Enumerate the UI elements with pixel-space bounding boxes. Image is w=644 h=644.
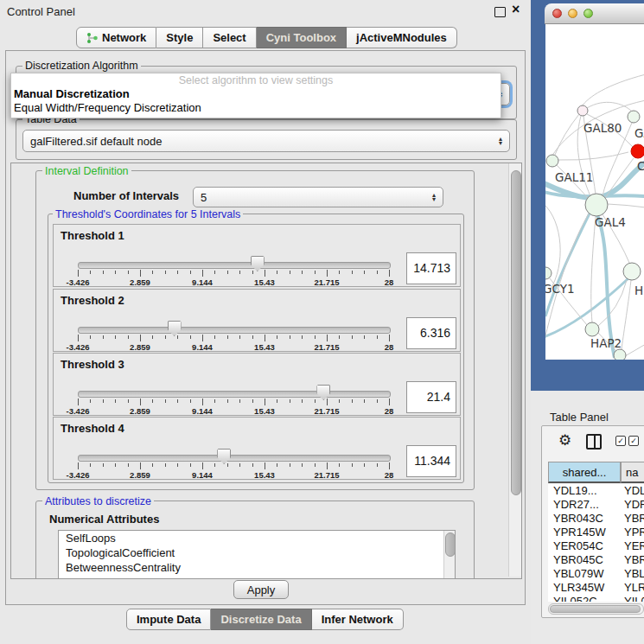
slider-tick-label: -3.426 xyxy=(56,342,99,352)
table-cell[interactable]: YPR1 xyxy=(621,526,644,539)
mode-tab-impute-data[interactable]: Impute Data xyxy=(126,609,211,630)
table-horizontal-scrollbar[interactable] xyxy=(548,603,644,615)
table-row[interactable]: YPR145WYPR1 xyxy=(548,526,644,539)
zoom-traffic-light-icon[interactable] xyxy=(583,9,593,18)
table-data-select[interactable]: galFiltered.sif default node ▴▾ xyxy=(22,130,510,152)
table-cell[interactable]: YER054C xyxy=(548,539,621,553)
network-edge[interactable] xyxy=(545,214,589,342)
network-node-GA-partial[interactable] xyxy=(628,111,640,123)
slider-track[interactable] xyxy=(78,327,391,334)
table-cell[interactable]: YBL079W xyxy=(548,567,621,581)
table-cell[interactable]: YER0 xyxy=(621,539,644,553)
table-cell[interactable]: YBL0 xyxy=(621,567,644,581)
tab-select[interactable]: Select xyxy=(203,27,256,48)
mode-tab-infer-network[interactable]: Infer Network xyxy=(312,609,404,630)
table-row[interactable]: YBR043CYBR0 xyxy=(548,512,644,526)
network-edge[interactable] xyxy=(582,74,644,106)
float-window-icon[interactable] xyxy=(494,7,506,17)
slider-handle[interactable] xyxy=(217,449,231,464)
slider-handle[interactable] xyxy=(251,256,265,271)
table-cell[interactable]: YIL052C xyxy=(548,595,621,602)
network-node-HAP2[interactable] xyxy=(585,322,599,336)
network-node-GAL80[interactable] xyxy=(577,105,588,116)
mode-tab-discretize-data[interactable]: Discretize Data xyxy=(211,609,311,630)
tab-style[interactable]: Style xyxy=(156,27,203,48)
attribute-list-item[interactable]: SelfLoops xyxy=(59,531,455,545)
list-scrollbar[interactable] xyxy=(443,531,455,579)
close-icon[interactable]: × xyxy=(512,2,520,17)
close-traffic-light-icon[interactable] xyxy=(552,9,562,18)
tab-cyni-toolbox[interactable]: Cyni Toolbox xyxy=(257,27,347,48)
slider-handle[interactable] xyxy=(316,385,330,400)
table-cell[interactable]: YLR345W xyxy=(548,581,621,595)
table-column-header[interactable]: shared... xyxy=(548,462,621,483)
dropdown-item[interactable]: Manual Discretization xyxy=(11,87,501,101)
table-cell[interactable]: YDL19... xyxy=(548,484,621,498)
network-node-H-partial[interactable] xyxy=(623,263,641,280)
table-cell[interactable]: YDR27... xyxy=(548,498,621,512)
slider-track[interactable] xyxy=(78,391,391,398)
table-row[interactable]: YDR27...YDR2 xyxy=(548,498,644,512)
checkbox-checked-icon[interactable]: ✓ xyxy=(628,436,639,446)
network-edge[interactable] xyxy=(555,114,579,155)
network-node-GAL11[interactable] xyxy=(546,155,558,167)
table-cell[interactable]: YLR3 xyxy=(621,581,644,595)
table-row[interactable]: YDL19...YDL1 xyxy=(548,484,644,498)
minimize-traffic-light-icon[interactable] xyxy=(568,9,577,18)
threshold-value-field[interactable]: 21.4 xyxy=(406,381,456,413)
table-cell[interactable]: YBR0 xyxy=(621,512,644,526)
settings-scrollbar-thumb[interactable] xyxy=(511,170,521,495)
table-cell[interactable]: YDR2 xyxy=(621,498,644,512)
tab-network[interactable]: Network xyxy=(76,27,156,48)
mode-tabbar: Impute DataDiscretize DataInfer Network xyxy=(126,609,404,630)
threshold-value-field[interactable]: 11.344 xyxy=(406,445,456,477)
network-edge[interactable] xyxy=(558,152,628,160)
network-view-canvas[interactable]: GAL80GACGAL11GAL4GCY1HHAP2 xyxy=(545,24,644,360)
network-node-GAL4[interactable] xyxy=(585,194,608,216)
spinner-arrows-icon: ▴▾ xyxy=(432,193,436,201)
slider-tick xyxy=(90,335,91,339)
table-cell[interactable]: YBR0 xyxy=(621,553,644,567)
slider-tick xyxy=(377,463,378,467)
table-cell[interactable]: YIL0 xyxy=(621,595,644,602)
slider-track[interactable] xyxy=(78,262,391,269)
slider-track[interactable] xyxy=(78,455,391,462)
network-edge[interactable] xyxy=(598,280,627,326)
split-column-icon[interactable] xyxy=(586,434,602,450)
table-cell[interactable]: YPR145W xyxy=(548,526,621,539)
network-edge[interactable] xyxy=(625,344,644,356)
slider-tick xyxy=(315,463,316,467)
tab-jactivemnodules[interactable]: jActiveMNodules xyxy=(347,27,457,48)
numerical-attributes-list[interactable]: SelfLoopsTopologicalCoefficientBetweenne… xyxy=(58,530,456,579)
slider-tick xyxy=(302,399,303,403)
table-column-header[interactable]: na xyxy=(621,462,644,483)
apply-button[interactable]: Apply xyxy=(233,580,289,599)
table-cell[interactable]: YBR045C xyxy=(548,553,621,567)
network-edge[interactable] xyxy=(587,102,632,112)
network-edge[interactable] xyxy=(608,204,644,207)
network-window-titlebar[interactable] xyxy=(545,3,644,24)
table-row[interactable]: YLR345WYLR3 xyxy=(548,581,644,595)
checkbox-checked-icon[interactable]: ✓ xyxy=(615,436,626,446)
gear-icon[interactable]: ⚙ xyxy=(558,431,571,450)
threshold-value-field[interactable]: 14.713 xyxy=(406,252,456,284)
table-scrollbar-thumb[interactable] xyxy=(550,605,641,613)
attribute-list-item[interactable]: BetweennessCentrality xyxy=(59,560,455,575)
threshold-value-field[interactable]: 6.316 xyxy=(406,317,456,349)
table-cell[interactable]: YDL1 xyxy=(621,484,644,498)
network-node-GCY1[interactable] xyxy=(545,267,552,279)
network-node-bottom-partial[interactable] xyxy=(614,349,626,360)
table-cell[interactable]: YBR043C xyxy=(548,512,621,526)
attribute-list-item[interactable]: TopologicalCoefficient xyxy=(59,545,455,560)
settings-scrollbar[interactable] xyxy=(508,163,521,577)
network-node-selected-red[interactable] xyxy=(631,144,644,158)
table-row[interactable]: YBL079WYBL0 xyxy=(548,567,644,581)
slider-tick xyxy=(190,335,191,339)
slider-handle[interactable] xyxy=(168,321,182,336)
table-row[interactable]: YER054CYER0 xyxy=(548,539,644,553)
dropdown-item[interactable]: Equal Width/Frequency Discretization xyxy=(11,101,501,115)
num-intervals-spinner[interactable]: 5 ▴▾ xyxy=(193,187,443,207)
table-row[interactable]: YIL052CYIL0 xyxy=(548,595,644,602)
list-scrollbar-thumb[interactable] xyxy=(445,532,456,557)
table-row[interactable]: YBR045CYBR0 xyxy=(548,553,644,567)
